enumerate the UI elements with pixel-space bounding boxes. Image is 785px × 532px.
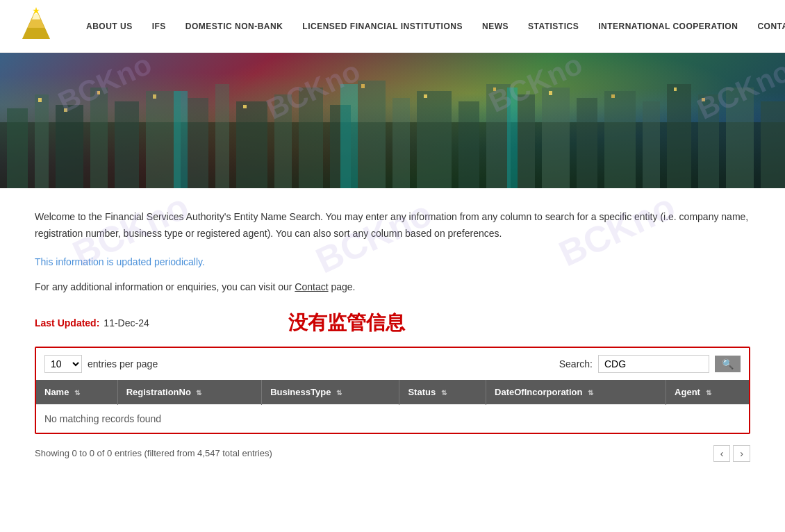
svg-rect-44 (174, 91, 188, 188)
svg-rect-12 (188, 98, 208, 188)
nav-item-domestic[interactable]: DOMESTIC NON-BANK (176, 0, 293, 53)
svg-rect-7 (35, 94, 49, 188)
col-header-name[interactable]: Name ⇅ (36, 380, 117, 405)
table-row-no-records: No matching records found (36, 404, 749, 433)
prev-page-button[interactable]: ‹ (713, 445, 731, 462)
sort-icon-biz: ⇅ (336, 389, 342, 397)
nav-item-news[interactable]: NEWS (472, 0, 518, 53)
svg-rect-28 (667, 84, 691, 188)
svg-rect-13 (215, 84, 229, 188)
table-controls: 10 25 50 100 entries per page Search: 🔍 (36, 348, 749, 380)
search-area: Search: 🔍 (559, 355, 741, 373)
last-updated-label: Last Updated: (35, 317, 99, 329)
svg-rect-6 (7, 108, 28, 188)
table-header: Name ⇅ RegistrationNo ⇅ BusinessType ⇅ S… (36, 380, 749, 405)
svg-rect-32 (38, 98, 42, 102)
svg-rect-26 (604, 91, 636, 188)
nav-link-domestic[interactable]: DOMESTIC NON-BANK (176, 0, 293, 53)
nav-item-ifs[interactable]: IFS (142, 0, 176, 53)
entries-label: entries per page (88, 358, 158, 369)
svg-rect-37 (361, 84, 365, 88)
svg-rect-38 (424, 94, 427, 98)
nav-link-about-us[interactable]: ABOUT US (76, 0, 142, 53)
next-page-button[interactable]: › (733, 445, 750, 462)
svg-rect-15 (274, 94, 292, 188)
sort-icon-reg: ⇅ (196, 389, 201, 397)
search-label: Search: (559, 358, 593, 369)
logo[interactable] (14, 6, 63, 47)
sort-icon-status: ⇅ (441, 389, 447, 397)
svg-rect-8 (56, 105, 83, 188)
entries-select[interactable]: 10 25 50 100 (44, 355, 82, 373)
nav-link-statistics[interactable]: STATISTICS (518, 0, 588, 53)
svg-rect-34 (97, 91, 100, 94)
table-body: No matching records found (36, 404, 749, 433)
table-header-row: Name ⇅ RegistrationNo ⇅ BusinessType ⇅ S… (36, 380, 749, 405)
no-records-message: No matching records found (36, 404, 749, 433)
nav-menu: ABOUT US IFS DOMESTIC NON-BANK LICENSED … (76, 0, 785, 53)
svg-rect-35 (153, 94, 156, 99)
nav-item-statistics[interactable]: STATISTICS (518, 0, 588, 53)
nav-link-ifs[interactable]: IFS (142, 0, 176, 53)
nav-link-contact[interactable]: CONTACT US (747, 0, 785, 53)
pagination-summary: Showing 0 to 0 of 0 entries (filtered fr… (35, 448, 272, 458)
svg-rect-10 (115, 101, 139, 188)
nav-link-news[interactable]: NEWS (472, 0, 518, 53)
search-input[interactable] (598, 355, 709, 373)
search-button[interactable]: 🔍 (715, 356, 741, 372)
svg-rect-39 (493, 88, 496, 91)
svg-rect-43 (702, 98, 705, 101)
svg-rect-42 (674, 88, 677, 91)
table-container: 10 25 50 100 entries per page Search: 🔍 … (35, 347, 750, 434)
nav-link-intl[interactable]: INTERNATIONAL COOPERATION (588, 0, 747, 53)
col-header-agent[interactable]: Agent ⇅ (666, 380, 749, 405)
svg-rect-9 (90, 88, 108, 188)
svg-rect-22 (486, 84, 511, 188)
main-content: BCKno BCKno BCKno Welcome to the Financi… (0, 188, 785, 487)
svg-rect-30 (726, 88, 754, 188)
last-updated-value: 11-Dec-24 (104, 317, 149, 329)
sort-icon-agent: ⇅ (706, 389, 711, 397)
intro-paragraph-2: This information is updated periodically… (35, 256, 750, 267)
intro-paragraph-1: Welcome to the Financial Services Author… (35, 209, 750, 242)
entries-per-page: 10 25 50 100 entries per page (44, 355, 158, 373)
contact-text-before: For any additional information or enquir… (35, 281, 292, 292)
svg-rect-20 (417, 91, 452, 188)
nav-item-intl[interactable]: INTERNATIONAL COOPERATION (588, 0, 747, 53)
contact-link[interactable]: Contact (295, 281, 328, 292)
pagination-buttons: ‹ › (713, 445, 750, 462)
last-updated-row: Last Updated: 11-Dec-24 没有监管信息 (35, 310, 750, 336)
intro-paragraph-3: For any additional information or enquir… (35, 281, 750, 292)
hero-banner: BCKno BCKno BCKno BCKno (0, 53, 785, 188)
svg-rect-23 (518, 94, 535, 188)
data-table: Name ⇅ RegistrationNo ⇅ BusinessType ⇅ S… (36, 380, 749, 433)
no-info-alert: 没有监管信息 (288, 310, 405, 336)
svg-rect-18 (358, 81, 386, 188)
nav-item-contact[interactable]: CONTACT US (747, 0, 785, 53)
nav-item-licensed[interactable]: LICENSED FINANCIAL INSTITUTIONS (292, 0, 472, 53)
svg-rect-14 (236, 101, 267, 188)
svg-rect-27 (643, 101, 660, 188)
svg-rect-29 (698, 94, 719, 188)
svg-rect-19 (392, 98, 410, 188)
contact-text-after: page. (331, 281, 355, 292)
svg-rect-46 (507, 88, 518, 188)
sort-icon-name: ⇅ (74, 389, 80, 397)
svg-rect-45 (340, 84, 358, 188)
content-with-watermarks: BCKno BCKno BCKno Welcome to the Financi… (35, 209, 750, 292)
svg-rect-21 (458, 101, 479, 188)
svg-rect-41 (611, 94, 615, 98)
svg-rect-24 (542, 88, 570, 188)
nav-item-about-us[interactable]: ABOUT US (76, 0, 142, 53)
col-header-status[interactable]: Status ⇅ (399, 380, 486, 405)
col-header-reg-no[interactable]: RegistrationNo ⇅ (117, 380, 262, 405)
nav-link-licensed[interactable]: LICENSED FINANCIAL INSTITUTIONS (292, 0, 472, 53)
svg-rect-31 (761, 101, 785, 188)
svg-rect-16 (299, 88, 323, 188)
svg-rect-36 (243, 105, 247, 108)
svg-rect-33 (64, 108, 67, 112)
col-header-business-type[interactable]: BusinessType ⇅ (262, 380, 399, 405)
svg-rect-25 (577, 98, 597, 188)
svg-rect-40 (549, 91, 552, 95)
col-header-date-inc[interactable]: DateOfIncorporation ⇅ (486, 380, 666, 405)
